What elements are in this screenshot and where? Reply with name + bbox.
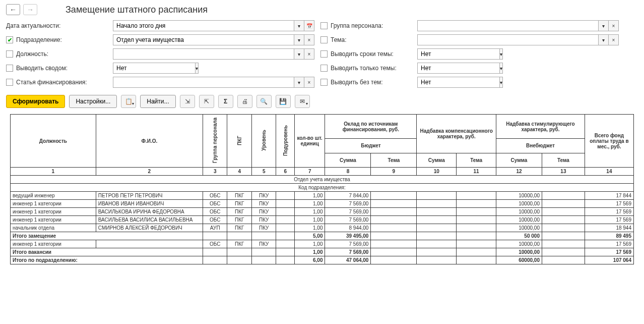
table-cell: 10000,00 [496,216,542,224]
table-cell: Итого вакансии [11,248,203,256]
summary-checkbox[interactable] [6,65,13,72]
table-cell: ПКГ [227,216,252,224]
table-cell [371,224,417,232]
group-dropdown[interactable]: ▾ [599,20,609,31]
settings-button[interactable]: Настройки... [69,95,117,108]
preview-icon[interactable]: 🔍 [256,95,272,108]
copy-icon[interactable]: 📋 [121,95,136,108]
table-cell: Итого замещение [11,232,203,240]
dept-input[interactable] [113,34,294,45]
table-cell [457,200,496,208]
table-cell: 5,00 [294,232,325,240]
group-checkbox[interactable] [320,22,328,29]
table-cell [227,248,252,256]
table-cell: ПЕТРОВ ПЕТР ПЕТРОВИЧ [96,192,203,200]
table-cell: 10000,00 [496,192,542,200]
summary-input[interactable] [113,63,196,74]
position-checkbox[interactable] [6,50,13,58]
table-cell: 10000,00 [496,224,542,232]
collapse-icon[interactable]: ⇱ [199,95,214,108]
table-cell: ПКУ [251,224,276,232]
nav-back[interactable]: ← [6,4,20,15]
save-icon[interactable]: 💾 [276,95,291,108]
th-colnum: 11 [457,168,496,176]
table-cell: 1,00 [294,216,325,224]
nav-forward[interactable]: → [23,4,37,15]
position-dropdown[interactable]: ▾ [294,48,304,60]
only-themes-input[interactable] [417,63,500,74]
theme-dates-checkbox[interactable] [320,50,328,58]
find-button[interactable]: Найти... [140,95,175,108]
position-input[interactable] [113,48,294,60]
date-input[interactable] [113,20,294,31]
table-cell [417,240,457,248]
finance-clear[interactable]: × [304,77,314,88]
th-colnum: 14 [585,168,633,176]
table-cell [542,248,585,256]
table-cell: Код подразделения: [11,184,634,192]
table-cell: 7 569,00 [325,216,371,224]
table-cell [371,232,417,240]
only-themes-label: Выводить только темы: [331,65,397,72]
table-cell [457,248,496,256]
table-cell: 107 064 [585,256,633,264]
table-cell [203,232,227,240]
theme-checkbox[interactable] [320,36,328,43]
expand-icon[interactable]: ⇲ [180,95,195,108]
mail-icon[interactable]: ✉ [295,95,310,108]
table-cell: 7 569,00 [325,240,371,248]
position-clear[interactable]: × [304,48,314,60]
date-dropdown[interactable]: ▾ [294,20,304,31]
calendar-icon[interactable]: 📅 [304,20,314,31]
th-colnum: 5 [251,168,276,176]
dept-clear[interactable]: × [304,34,314,45]
th-theme2: Тема [457,153,496,168]
th-colnum: 4 [227,168,252,176]
sum-icon[interactable]: Σ [218,95,233,108]
without-themes-label: Выводить без тем: [331,79,383,86]
finance-dropdown[interactable]: ▾ [294,77,304,88]
without-themes-input[interactable] [417,77,500,88]
table-cell [542,240,585,248]
table-cell [371,256,417,264]
group-clear[interactable]: × [609,20,619,31]
print-icon[interactable]: 🖨 [237,95,252,108]
only-themes-checkbox[interactable] [320,65,328,72]
table-cell: 7 569,00 [325,208,371,216]
table-cell: ПКУ [251,240,276,248]
th-theme3: Тема [542,153,585,168]
table-cell [542,232,585,240]
table-cell: ОБС [203,240,227,248]
table-cell: ПКУ [251,192,276,200]
table-cell [457,232,496,240]
table-cell: 7 569,00 [325,200,371,208]
dept-dropdown[interactable]: ▾ [294,34,304,45]
table-cell: инженер 1 категории [11,240,96,248]
table-cell: ПКГ [227,192,252,200]
th-sum2: Сумма [417,153,457,168]
theme-dropdown[interactable]: ▾ [599,34,609,45]
group-input[interactable] [417,20,599,31]
date-label: Дата актуальности: [6,22,107,29]
table-cell: 10000,00 [496,248,542,256]
th-stim: Надбавка стимулирующего характера, руб. [496,115,585,139]
dept-checkbox[interactable] [6,36,13,43]
th-colnum: 9 [371,168,417,176]
summary-dropdown[interactable]: ▾ [196,63,199,74]
theme-dates-dropdown[interactable]: ▾ [500,48,503,60]
theme-dates-input[interactable] [417,48,500,60]
table-cell [457,240,496,248]
th-colnum: 1 [11,168,96,176]
theme-clear[interactable]: × [609,34,619,45]
table-cell [276,192,294,200]
only-themes-dropdown[interactable]: ▾ [500,63,503,74]
table-cell: ИВАНОВ ИВАН ИВАНОВИЧ [96,200,203,208]
table-cell: ПКУ [251,216,276,224]
without-themes-dropdown[interactable]: ▾ [500,77,503,88]
finance-input[interactable] [113,77,294,88]
finance-checkbox[interactable] [6,79,13,86]
table-cell [457,192,496,200]
generate-button[interactable]: Сформировать [6,95,65,108]
without-themes-checkbox[interactable] [320,79,328,86]
theme-input[interactable] [417,34,599,45]
